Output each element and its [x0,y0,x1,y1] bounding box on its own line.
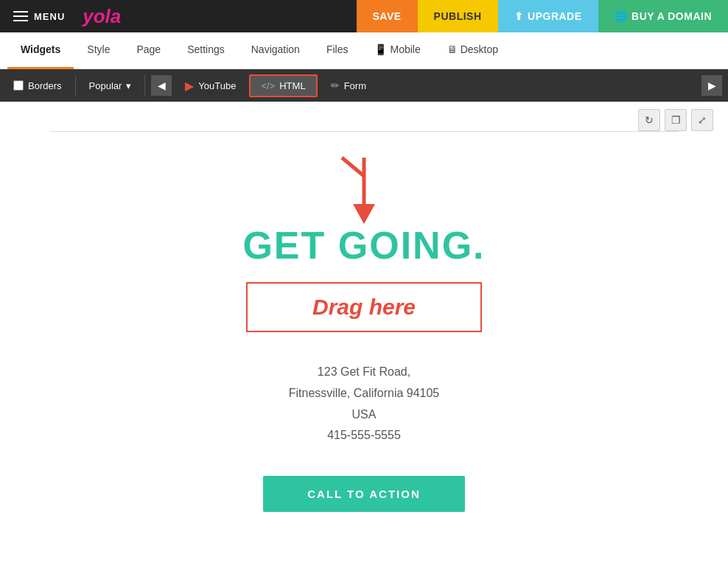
chevron-down-icon: ▾ [126,80,131,91]
address-block: 123 Get Fit Road, Fitnessville, Californ… [289,362,440,446]
canvas-controls: ↻ ❐ ⤢ [638,109,713,131]
tab-style[interactable]: Style [74,32,123,69]
html-widget-button[interactable]: </> HTML [249,74,317,97]
address-line-4: 415-555-5555 [289,425,440,446]
youtube-icon: ▶ [185,79,194,93]
domain-icon: 🌐 [615,10,628,22]
publish-button[interactable]: PUBLISH [418,0,498,32]
copy-button[interactable]: ❐ [665,109,687,131]
topbar: MENU yola SAVE PUBLISH ⬆ UPGRADE 🌐 BUY A… [0,0,728,32]
tab-page[interactable]: Page [123,32,174,69]
nav-tabs: Widgets Style Page Settings Navigation F… [0,32,728,69]
youtube-label: YouTube [198,80,236,91]
address-line-2: Fitnessville, California 94105 [289,383,440,404]
menu-button[interactable] [7,7,34,26]
scroll-right-button[interactable]: ▶ [701,75,722,96]
tab-desktop[interactable]: 🖥 Desktop [434,32,511,69]
logo: yola [74,5,130,28]
address-line-1: 123 Get Fit Road, [289,362,440,383]
upgrade-button[interactable]: ⬆ UPGRADE [498,0,598,32]
buy-domain-button[interactable]: 🌐 BUY A DOMAIN [598,0,728,32]
widget-toolbar: Borders Popular ▾ ◀ ▶ YouTube </> HTML ✏… [0,69,728,102]
scroll-left-button[interactable]: ◀ [151,75,172,96]
svg-line-2 [342,158,364,176]
form-label: Form [344,80,366,91]
tab-files[interactable]: Files [313,32,362,69]
tab-mobile[interactable]: 📱 Mobile [361,32,433,69]
toolbar-separator-2 [144,75,145,96]
tab-widgets[interactable]: Widgets [7,32,74,69]
borders-checkbox-label[interactable]: Borders [6,80,69,91]
canvas-content: GET GOING. Drag here 123 Get Fit Road, F… [0,102,728,556]
svg-marker-1 [353,204,375,224]
buy-domain-label: BUY A DOMAIN [631,10,712,22]
save-button[interactable]: SAVE [357,0,418,32]
youtube-widget-button[interactable]: ▶ YouTube [175,74,246,97]
upgrade-icon: ⬆ [514,10,524,22]
html-icon: </> [261,80,275,91]
tab-navigation[interactable]: Navigation [238,32,313,69]
upgrade-label: UPGRADE [528,10,582,22]
refresh-button[interactable]: ↻ [638,109,660,131]
form-icon: ✏ [331,80,340,91]
html-label: HTML [279,80,305,91]
horizontal-divider [49,131,678,132]
canvas: ↻ ❐ ⤢ GET GOING. Drag here 123 Get Fit R… [0,102,728,565]
toolbar-separator-1 [75,75,76,96]
drag-here-drop-zone[interactable]: Drag here [246,282,482,332]
borders-checkbox[interactable] [13,80,24,91]
call-to-action-button[interactable]: CALL TO ACTION [263,476,465,512]
popular-dropdown[interactable]: Popular ▾ [82,80,139,91]
tab-settings[interactable]: Settings [174,32,238,69]
mobile-icon: 📱 [374,43,387,55]
red-arrow-indicator [335,154,393,231]
expand-button[interactable]: ⤢ [691,109,713,131]
menu-label[interactable]: MENU [34,11,65,22]
desktop-icon: 🖥 [447,43,458,55]
address-line-3: USA [289,404,440,426]
borders-label: Borders [28,80,62,91]
popular-label: Popular [89,80,122,91]
drag-here-label: Drag here [312,295,416,320]
form-widget-button[interactable]: ✏ Form [321,75,377,96]
